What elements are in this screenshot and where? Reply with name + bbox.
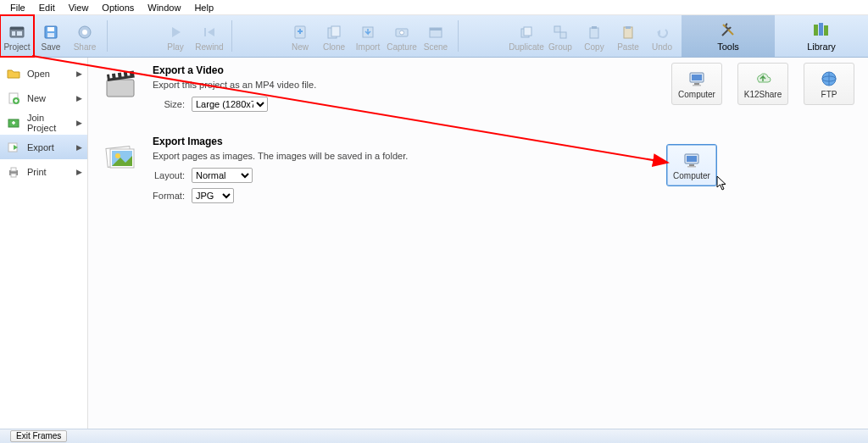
export-video-title: Export a Video — [153, 64, 316, 76]
copy-button[interactable]: Copy — [577, 15, 611, 57]
svg-rect-28 — [814, 25, 818, 36]
format-label: Format: — [153, 191, 185, 201]
import-button[interactable]: Import — [351, 15, 385, 57]
menu-edit[interactable]: Edit — [32, 3, 62, 13]
clapperboard-icon — [103, 68, 137, 102]
menu-bar: File Edit View Options Window Help — [0, 0, 868, 15]
layout-select[interactable]: Normal — [192, 168, 253, 183]
capture-icon — [393, 24, 410, 41]
sidebar-new-label: New — [27, 93, 46, 103]
undo-label: Undo — [652, 42, 672, 52]
play-label: Play — [167, 42, 183, 52]
svg-rect-56 — [689, 164, 694, 166]
undo-button[interactable]: Undo — [645, 15, 679, 57]
paste-button[interactable]: Paste — [611, 15, 645, 57]
paste-label: Paste — [617, 42, 639, 52]
play-icon — [167, 24, 184, 41]
svg-rect-26 — [626, 26, 631, 29]
new-page-icon — [292, 24, 309, 41]
chevron-right-icon: ▶ — [76, 69, 82, 78]
layout-label: Layout: — [153, 170, 185, 180]
format-select[interactable]: JPG — [192, 188, 234, 203]
toolbar-separator — [231, 20, 232, 52]
target-computer-images-label: Computer — [673, 171, 710, 180]
svg-rect-13 — [331, 26, 340, 36]
group-icon — [552, 24, 569, 41]
svg-rect-36 — [11, 168, 16, 171]
size-select[interactable]: Large (1280x720) — [192, 97, 268, 112]
target-computer-images[interactable]: Computer — [666, 144, 717, 186]
svg-rect-38 — [107, 80, 134, 97]
copy-label: Copy — [584, 42, 604, 52]
target-computer[interactable]: Computer — [671, 63, 722, 105]
svg-rect-21 — [554, 26, 560, 32]
chevron-right-icon: ▶ — [76, 143, 82, 152]
duplicate-button[interactable]: Duplicate — [509, 15, 543, 57]
tools-label: Tools — [717, 42, 739, 52]
menu-options[interactable]: Options — [95, 3, 141, 13]
export-icon — [7, 141, 20, 154]
svg-rect-23 — [590, 28, 598, 38]
target-ftp-label: FTP — [821, 90, 837, 99]
toolbar: Project Save Share Play Rewind — [0, 15, 868, 58]
menu-file[interactable]: File — [3, 3, 32, 13]
image-targets: Computer — [666, 144, 717, 186]
folder-open-icon — [7, 67, 20, 80]
join-icon — [7, 116, 20, 130]
pictures-icon — [103, 139, 137, 173]
sidebar-item-join[interactable]: Join Project ▶ — [0, 110, 87, 135]
group-label: Group — [548, 42, 572, 52]
menu-window[interactable]: Window — [141, 3, 187, 13]
capture-button[interactable]: Capture — [385, 15, 419, 57]
share-button[interactable]: Share — [68, 15, 102, 57]
svg-rect-29 — [819, 23, 823, 36]
svg-rect-37 — [11, 174, 16, 177]
new-label: New — [292, 42, 309, 52]
sidebar-open-label: Open — [27, 69, 50, 79]
undo-icon — [654, 24, 670, 41]
chevron-right-icon: ▶ — [76, 168, 82, 176]
target-ftp[interactable]: FTP — [804, 63, 854, 105]
svg-rect-9 — [204, 28, 206, 36]
tools-tab[interactable]: Tools — [682, 15, 775, 57]
sidebar: Open ▶ New ▶ Join Project ▶ Export ▶ Pri… — [0, 58, 88, 429]
toolbar-separator — [458, 20, 459, 52]
project-button[interactable]: Project — [0, 15, 34, 57]
clone-button[interactable]: Clone — [317, 15, 351, 57]
save-button[interactable]: Save — [34, 15, 68, 57]
scene-label: Scene — [424, 42, 448, 52]
printer-icon — [7, 165, 20, 179]
rewind-icon — [201, 24, 218, 41]
sidebar-join-label: Join Project — [27, 113, 70, 133]
group-button[interactable]: Group — [543, 15, 577, 57]
sidebar-item-open[interactable]: Open ▶ — [0, 61, 87, 86]
sidebar-item-print[interactable]: Print ▶ — [0, 159, 87, 184]
scene-button[interactable]: Scene — [419, 15, 453, 57]
play-button[interactable]: Play — [159, 15, 192, 57]
svg-rect-20 — [524, 27, 531, 36]
export-images-desc: Export pages as images. The images will … — [153, 151, 408, 161]
paste-icon — [620, 24, 637, 41]
size-label: Size: — [153, 99, 185, 109]
menu-help[interactable]: Help — [187, 3, 220, 13]
rewind-button[interactable]: Rewind — [192, 15, 226, 57]
share-label: Share — [74, 42, 97, 52]
copy-icon — [586, 24, 603, 41]
import-icon — [359, 24, 376, 41]
chevron-right-icon: ▶ — [76, 119, 82, 127]
export-images-section: Export Images Export pages as images. Th… — [103, 136, 860, 208]
target-k12share[interactable]: K12Share — [737, 63, 788, 105]
new-button[interactable]: New — [283, 15, 317, 57]
menu-view[interactable]: View — [62, 3, 96, 13]
sidebar-item-new[interactable]: New ▶ — [0, 86, 87, 110]
sidebar-print-label: Print — [27, 167, 47, 177]
project-icon — [8, 24, 25, 41]
computer-icon — [687, 69, 706, 88]
tools-icon — [719, 20, 737, 39]
library-tab[interactable]: Library — [775, 15, 868, 57]
sidebar-item-export[interactable]: Export ▶ — [0, 135, 87, 159]
clone-icon — [326, 24, 342, 41]
exit-frames-button[interactable]: Exit Frames — [10, 430, 67, 442]
share-icon — [76, 24, 93, 41]
svg-rect-49 — [692, 75, 702, 80]
